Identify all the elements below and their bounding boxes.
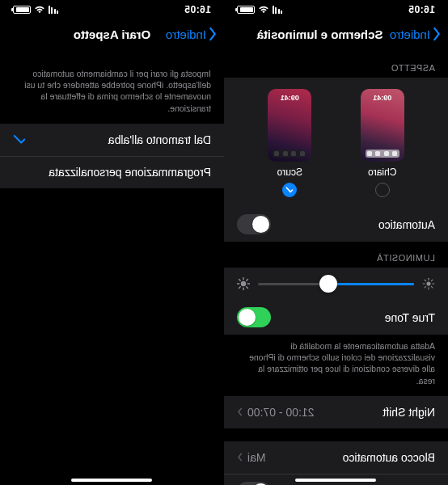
brightness-slider-row [224,268,448,300]
section-header-luminosita: LUMINOSITÀ [224,242,448,268]
appearance-option-light[interactable]: 09:41 Chiaro [361,89,404,197]
automatic-row: Automatico [224,207,448,242]
status-time: 16:05 [408,4,435,15]
true-tone-row: True Tone [224,300,448,335]
back-button[interactable]: Indietro [390,27,442,41]
home-indicator[interactable] [296,479,377,482]
nav-bar: Indietro Orari Aspetto [0,16,224,52]
chevron-right-icon [237,407,243,416]
svg-line-14 [247,280,248,281]
battery-icon [13,6,31,14]
cellular-signal-icon [273,6,283,14]
svg-line-15 [239,287,241,289]
chevron-right-icon [237,453,243,462]
section-header-aspetto: ASPETTO [224,52,448,78]
automatic-switch[interactable] [237,214,271,234]
status-time: 16:05 [184,4,211,15]
appearance-label-light: Chiaro [368,167,396,178]
auto-lock-row[interactable]: Blocco automatico Mai [224,441,448,474]
svg-line-6 [425,286,425,287]
preview-dark-icon: 09:41 [268,89,311,162]
appearance-picker: 09:41 Chiaro 09:41 Scuro [224,78,448,207]
back-label: Indietro [166,27,206,41]
sun-small-icon [422,277,435,290]
checkmark-icon [13,134,26,145]
cellular-signal-icon [49,6,59,14]
preview-time: 09:41 [268,94,311,102]
status-bar: 16:05 [0,0,224,16]
svg-line-5 [431,280,432,280]
true-tone-label: True Tone [385,311,435,324]
svg-line-16 [247,287,248,289]
brightness-slider[interactable] [258,283,414,285]
preview-light-icon: 09:41 [361,89,404,162]
battery-icon [237,6,255,14]
preview-time: 09:41 [361,94,404,102]
raise-to-wake-switch[interactable] [237,482,271,485]
custom-schedule-label: Programmazione personalizzata [49,166,211,179]
automatic-label: Automatico [378,218,435,231]
appearance-option-dark[interactable]: 09:41 Scuro [268,89,311,197]
radio-on-icon [282,183,297,197]
true-tone-switch[interactable] [237,307,271,327]
sun-large-icon [237,277,250,290]
status-icons [237,6,283,14]
chevron-back-icon [208,27,218,41]
appearance-label-dark: Scuro [277,167,302,178]
svg-line-17 [239,280,241,281]
sunset-to-sunrise-label: Dal tramonto all'alba [108,133,211,146]
back-button[interactable]: Indietro [166,27,218,41]
wifi-icon [34,6,45,14]
status-icons [13,6,59,14]
chevron-back-icon [432,27,442,41]
back-label: Indietro [390,27,430,41]
home-indicator[interactable] [72,479,153,482]
nav-bar: Indietro Schermo e luminosità [224,16,448,52]
custom-schedule-row[interactable]: Programmazione personalizzata [0,156,224,188]
status-bar: 16:05 [224,0,448,16]
schedule-description: Imposta gli orari per il cambiamento aut… [0,52,224,124]
night-shift-detail: 21:00 - 07:00 [247,406,315,419]
true-tone-footer: Adatta automaticamente la modalità di vi… [224,335,448,396]
svg-line-8 [425,280,425,280]
night-shift-row[interactable]: Night Shift 21:00 - 07:00 [224,396,448,428]
auto-lock-detail: Mai [247,451,266,464]
svg-point-0 [426,281,430,285]
wifi-icon [258,6,269,14]
sunset-to-sunrise-row[interactable]: Dal tramonto all'alba [0,124,224,156]
auto-lock-label: Blocco automatico [343,451,435,464]
night-shift-label: Night Shift [382,406,435,419]
svg-point-9 [241,281,246,286]
radio-off-icon [375,183,390,197]
svg-line-7 [431,286,432,287]
